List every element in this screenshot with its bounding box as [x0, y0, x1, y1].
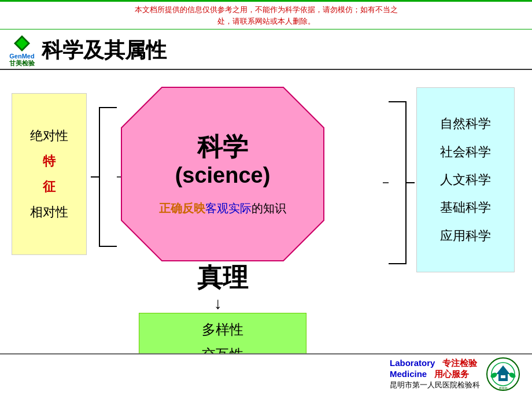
science-description: 正确反映客观实际的知识 [159, 200, 286, 216]
disclaimer-line1: 本文档所提供的信息仅供参考之用，不能作为科学依据，请勿模仿；如有不当之 [135, 5, 398, 14]
left-characteristics-box: 绝对性 特 征 相对性 [12, 93, 87, 255]
desc-yellow: 正确反映 [159, 202, 205, 215]
char-line3: 征 [43, 174, 56, 200]
footer-text: Laboratory 专注检验 Medicine 用心服务 昆明市第一人民医院检… [390, 358, 480, 390]
svg-marker-8 [496, 365, 510, 374]
truth-text: 真理 [116, 261, 330, 295]
svg-point-12 [508, 372, 516, 379]
footer: Laboratory 专注检验 Medicine 用心服务 昆明市第一人民医院检… [0, 353, 532, 394]
cat-item-0: 自然科学 [440, 110, 491, 138]
cat-item-4: 应用科学 [440, 222, 491, 250]
footer-hospital: 昆明市第一人民医院检验科 [390, 380, 480, 390]
arrow-down-icon: ↓ [214, 294, 222, 313]
svg-rect-10 [503, 375, 505, 378]
lab-sub: 专注检验 [442, 358, 477, 368]
desc-black: 的知识 [252, 202, 286, 215]
science-title: 科学 [197, 132, 248, 162]
svg-text:检验科: 检验科 [499, 386, 508, 390]
logo-text: GenMed 甘美检验 [9, 53, 35, 66]
cat-item-2: 人文科学 [440, 166, 491, 194]
right-bracket-icon [383, 96, 418, 269]
footer-medicine-line: Medicine 用心服务 [390, 369, 469, 380]
med-label: Medicine [390, 369, 427, 379]
center-octagon-area: 科学 (science) 正确反映客观实际的知识 [116, 82, 330, 267]
cat-item-3: 基础科学 [440, 194, 491, 221]
logo-area: GenMed 甘美检验 [9, 34, 35, 66]
svg-point-11 [490, 372, 498, 379]
disclaimer-line2: 处，请联系网站或本人删除。 [217, 17, 315, 25]
lab-label: Laboratory [390, 358, 435, 368]
main-content: 绝对性 特 征 相对性 科学 (science) 正确反映客观实际的知识 真理 … [0, 70, 532, 394]
science-subtitle: (science) [175, 162, 271, 189]
page-title: 科学及其属性 [42, 36, 167, 65]
prop-line1: 多样性 [202, 317, 243, 342]
center-content: 科学 (science) 正确反映客观实际的知识 [116, 82, 330, 267]
header: GenMed 甘美检验 科学及其属性 [0, 29, 532, 70]
char-line1: 绝对性 [30, 123, 68, 149]
desc-blue: 客观实际 [205, 202, 252, 215]
disclaimer-bar: 本文档所提供的信息仅供参考之用，不能作为科学依据，请勿模仿；如有不当之 处，请联… [0, 0, 532, 29]
char-line2: 特 [43, 149, 56, 174]
footer-lab-line: Laboratory 专注检验 [390, 358, 477, 369]
char-line4: 相对性 [30, 200, 68, 225]
svg-rect-9 [501, 375, 503, 378]
cat-item-1: 社会科学 [440, 138, 491, 166]
footer-logo-icon: 检验科 [486, 357, 520, 391]
right-categories-box: 自然科学 社会科学 人文科学 基础科学 应用科学 [416, 87, 515, 272]
med-sub: 用心服务 [434, 369, 469, 379]
logo-icon [13, 34, 31, 53]
